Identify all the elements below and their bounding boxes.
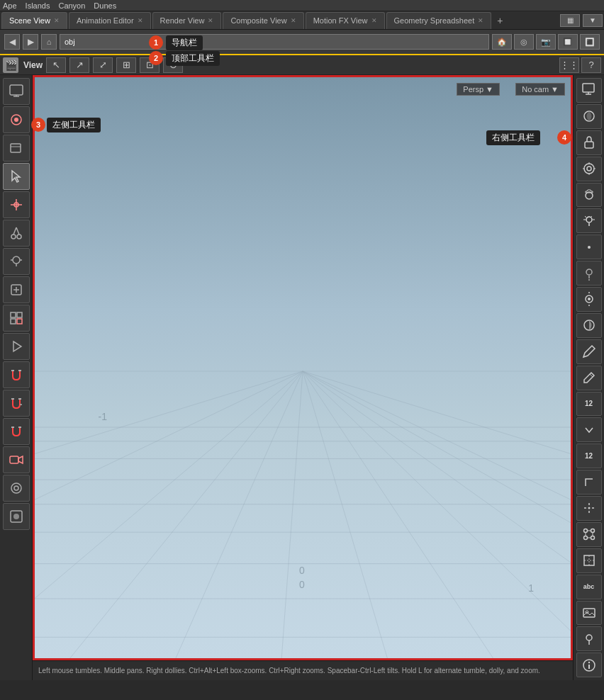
left-toolbar: 3 左侧工具栏 [0, 75, 33, 680]
tool-snap[interactable] [3, 390, 30, 417]
rt-camera-tool[interactable] [576, 183, 602, 208]
tool-render[interactable] [3, 106, 30, 133]
tool-camera-left[interactable] [3, 446, 30, 473]
rt-half-tool[interactable] [576, 313, 602, 338]
view-brand-icon: 🎬 [3, 57, 18, 73]
svg-rect-108 [583, 609, 595, 617]
menu-dunes[interactable]: Dunes [94, 1, 116, 10]
view-right-buttons: ⋮⋮ ? [559, 57, 601, 73]
viewport-border: -1 0 0 1 Persp ▼ No cam ▼ [33, 75, 573, 660]
perspective-arrow: ▼ [486, 85, 493, 94]
svg-rect-21 [11, 319, 16, 324]
tab-close-composite-view[interactable]: ✕ [291, 17, 296, 24]
perspective-dropdown[interactable]: Persp ▼ [457, 83, 500, 96]
tab-scene-view[interactable]: Scene View ✕ [1, 12, 67, 29]
rt-abc-tool[interactable]: abc [576, 575, 602, 599]
rt-12-tool[interactable]: 12 [576, 392, 602, 417]
nav-action-extra1[interactable]: 🔲 [558, 34, 578, 50]
rt-star-tool[interactable] [576, 496, 602, 521]
tab-close-motion-fx[interactable]: ✕ [371, 17, 377, 24]
menu-islands[interactable]: Islands [26, 1, 50, 10]
rt-light-tool[interactable] [576, 208, 602, 233]
rt-target-tool[interactable] [576, 157, 602, 181]
rt-render-tool[interactable] [576, 104, 602, 129]
svg-point-99 [583, 536, 587, 540]
rt-display-tool[interactable] [576, 78, 602, 103]
tab-close-scene-view[interactable]: ✕ [54, 17, 60, 24]
layout-dropdown[interactable]: ▼ [583, 14, 603, 27]
tab-close-render-view[interactable]: ✕ [208, 17, 213, 24]
tab-add-button[interactable]: + [493, 13, 507, 28]
tool-snap-grid[interactable] [3, 305, 30, 332]
tool-paint[interactable] [3, 503, 30, 530]
perspective-grid: -1 0 0 1 [35, 77, 571, 658]
rt-down-tool[interactable] [576, 417, 602, 442]
tool-transform[interactable] [3, 191, 30, 218]
nav-action-extra2[interactable]: 🔳 [580, 34, 600, 50]
svg-line-91 [590, 374, 593, 377]
svg-rect-19 [11, 312, 16, 317]
rt-node-tool[interactable] [576, 522, 602, 547]
rt-box-tool[interactable] [576, 548, 602, 573]
nav-path-input[interactable]: obj [60, 34, 489, 50]
layout-single[interactable]: ▦ [560, 14, 580, 27]
menu-ape[interactable]: Ape [3, 1, 17, 10]
rt-lock-tool[interactable] [576, 130, 602, 155]
view-scale-tool[interactable]: ⤢ [93, 57, 113, 73]
rt-image-tool[interactable] [576, 601, 602, 626]
tab-label: Motion FX View [313, 16, 368, 25]
tab-close-geometry-spreadsheet[interactable]: ✕ [478, 17, 483, 24]
tool-material[interactable] [3, 135, 30, 162]
svg-line-11 [16, 227, 19, 235]
nav-action-target[interactable]: ◎ [514, 34, 534, 50]
nav-action-home[interactable]: 🏠 [492, 34, 512, 50]
nav-back-button[interactable]: ◀ [4, 34, 20, 50]
tab-render-view[interactable]: Render View ✕ [152, 12, 222, 29]
svg-rect-105 [584, 555, 594, 565]
tool-view-left[interactable] [3, 475, 30, 502]
tab-composite-view[interactable]: Composite View ✕ [223, 12, 303, 29]
tool-cut[interactable] [3, 220, 30, 247]
svg-rect-64 [583, 84, 594, 92]
nav-forward-button[interactable]: ▶ [23, 34, 38, 50]
tool-align[interactable] [3, 418, 30, 445]
nav-home-icon[interactable]: ⌂ [41, 34, 57, 50]
rt-corner-tool[interactable] [576, 470, 602, 495]
view-transform-tool[interactable]: ↗ [69, 57, 89, 73]
view-help-button[interactable]: ? [581, 57, 601, 73]
tool-light[interactable] [3, 248, 30, 275]
tab-motion-fx[interactable]: Motion FX View ✕ [306, 12, 385, 29]
tool-add[interactable] [3, 276, 30, 303]
rt-info-tool[interactable] [576, 653, 602, 677]
svg-point-69 [584, 164, 594, 174]
camera-dropdown[interactable]: No cam ▼ [515, 83, 565, 96]
viewport-3d[interactable]: -1 0 0 1 Persp ▼ No cam ▼ [35, 77, 571, 658]
menu-canyon[interactable]: Canyon [58, 1, 85, 10]
tool-magnet[interactable] [3, 361, 30, 388]
rt-pen-tool[interactable] [576, 339, 602, 364]
tab-animation-editor[interactable]: Animation Editor ✕ [69, 12, 151, 29]
tab-label: Geometry Spreadsheet [394, 16, 475, 25]
svg-point-9 [17, 235, 21, 239]
view-params-button[interactable]: ⋮⋮ [559, 57, 579, 73]
svg-point-82 [588, 246, 591, 249]
svg-point-8 [11, 235, 16, 239]
view-select-tool[interactable]: ↖ [46, 57, 66, 73]
left-toolbar-label: 左侧工具栏 [47, 118, 101, 132]
tab-geometry-spreadsheet[interactable]: Geometry Spreadsheet ✕ [386, 12, 492, 29]
tab-close-animation-editor[interactable]: ✕ [138, 17, 143, 24]
rt-pin-tool[interactable] [576, 626, 602, 651]
rt-light2-tool[interactable] [576, 261, 602, 286]
rt-pencil-tool[interactable] [576, 366, 602, 390]
tool-select[interactable] [3, 163, 30, 190]
rt-12b-tool[interactable]: 12 [576, 444, 602, 468]
tool-display[interactable] [3, 78, 30, 105]
svg-rect-0 [10, 85, 23, 95]
rt-sun-tool[interactable] [576, 287, 602, 312]
annotation-2: 2 [149, 51, 163, 65]
rt-dot-tool[interactable] [576, 235, 602, 259]
tool-play[interactable] [3, 333, 30, 360]
nav-action-camera[interactable]: 📷 [536, 34, 556, 50]
view-grid-tool[interactable]: ⊞ [116, 57, 136, 73]
svg-point-87 [588, 298, 591, 300]
